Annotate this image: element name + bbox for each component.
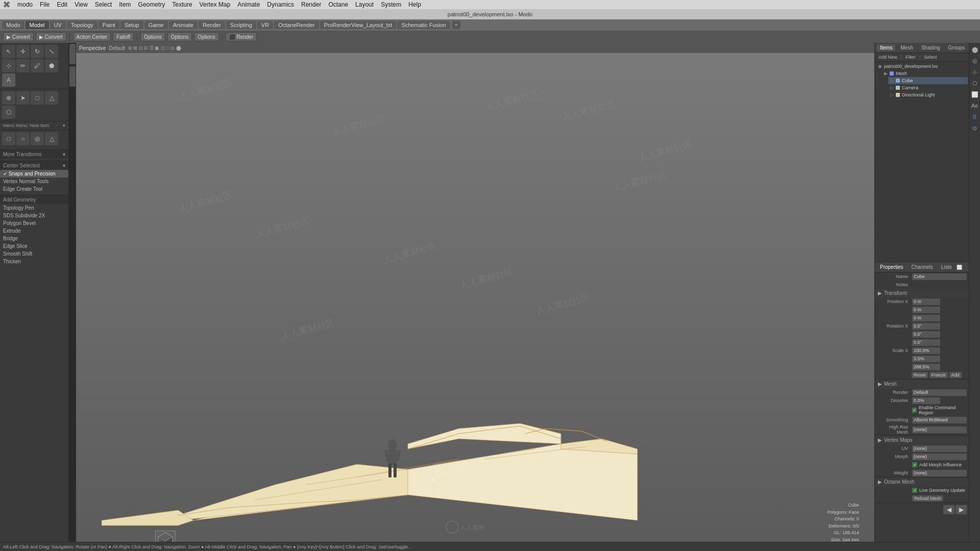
dissolve-value[interactable]: 0.0% bbox=[912, 397, 940, 404]
options-btn-1[interactable]: Options bbox=[140, 32, 165, 41]
tab-animate[interactable]: Animate bbox=[169, 21, 198, 29]
tab-topology[interactable]: Topology bbox=[67, 21, 97, 29]
weight-value[interactable]: (none) bbox=[912, 470, 967, 477]
menu-dynamics[interactable]: Dynamics bbox=[267, 1, 294, 8]
far-right-icon-8[interactable]: ⊙ bbox=[970, 123, 979, 133]
tab-setup[interactable]: Setup bbox=[120, 21, 143, 29]
far-right-icon-3[interactable]: ⊹ bbox=[970, 67, 979, 77]
tab-octane[interactable]: OctaneRender bbox=[274, 21, 319, 29]
far-right-icon-5[interactable]: ⬜ bbox=[970, 90, 979, 99]
menu-render[interactable]: Render bbox=[301, 1, 321, 8]
far-right-icon-2[interactable]: ◎ bbox=[970, 56, 979, 65]
smooth-shift-tool[interactable]: Smooth Shift bbox=[0, 250, 68, 258]
tab-scripting[interactable]: Scripting bbox=[226, 21, 256, 29]
polygon-bevel-tool[interactable]: Polygon Bevel bbox=[0, 219, 68, 227]
octane-header[interactable]: ▶ Octane Mesh bbox=[875, 478, 969, 486]
add-tab-button[interactable]: + bbox=[452, 21, 460, 29]
high-res-value[interactable]: (none) bbox=[912, 427, 967, 433]
scene-tab-mesh[interactable]: Mesh bbox=[897, 44, 916, 51]
far-right-icon-6[interactable]: Ae bbox=[970, 101, 979, 110]
name-value[interactable]: Cube bbox=[912, 273, 967, 280]
uv-value[interactable]: (none) bbox=[912, 445, 967, 452]
tab-modo[interactable]: Modo bbox=[2, 21, 24, 29]
menu-vertex-map[interactable]: Vertex Map bbox=[200, 1, 231, 8]
select-btn[interactable]: Select bbox=[922, 54, 938, 60]
viewport-shading[interactable]: Default bbox=[109, 45, 125, 51]
thicken-tool[interactable]: Thicken bbox=[0, 258, 68, 265]
add-geometry-header[interactable]: Add Geometry bbox=[0, 195, 68, 204]
vertex-normal-tool[interactable]: Vertex Normal Tools bbox=[0, 178, 68, 185]
edge-slice-tool[interactable]: Edge Slice bbox=[0, 242, 68, 250]
poly-icon[interactable]: ⬡ bbox=[2, 106, 15, 119]
menu-edit[interactable]: Edit bbox=[57, 1, 67, 8]
apple-menu[interactable]: ⌘ bbox=[3, 1, 10, 9]
menu-octane[interactable]: Octane bbox=[328, 1, 348, 8]
position-z[interactable]: 0 m bbox=[912, 315, 940, 321]
reload-mesh-btn[interactable]: Reload Mesh bbox=[912, 495, 943, 502]
snaps-tool[interactable]: ✓ Snaps and Precision bbox=[0, 170, 68, 178]
smoothing-value[interactable]: Albcrni Rrd8ined bbox=[912, 417, 967, 423]
cylinder-tool[interactable]: ◎ bbox=[31, 132, 44, 145]
tab-model[interactable]: Model bbox=[26, 21, 49, 29]
props-tab-lists[interactable]: Lists bbox=[938, 264, 955, 270]
props-icon-1[interactable]: ⬜ bbox=[957, 265, 962, 270]
menu-select[interactable]: Select bbox=[95, 1, 112, 8]
tab-prorender[interactable]: ProRenderView_Layout_txt bbox=[320, 21, 397, 29]
enable-cmd-checkbox[interactable]: ✓ bbox=[912, 408, 917, 413]
strip-btn-2[interactable] bbox=[69, 66, 76, 87]
cube-tool[interactable]: □ bbox=[2, 132, 15, 145]
scene-item-mesh[interactable]: ▶ Mesh bbox=[882, 70, 968, 77]
props-tab-properties[interactable]: Properties bbox=[877, 264, 906, 270]
mesh-section-header[interactable]: ▶ Mesh bbox=[875, 380, 969, 388]
tab-render[interactable]: Render bbox=[199, 21, 225, 29]
square-icon[interactable]: □ bbox=[31, 91, 44, 105]
far-right-icon-7[interactable]: S bbox=[970, 112, 979, 121]
menu-geometry[interactable]: Geometry bbox=[138, 1, 165, 8]
menu-view[interactable]: View bbox=[75, 1, 88, 8]
rotation-z[interactable]: 0.0° bbox=[912, 339, 940, 346]
center-selected-header[interactable]: Center Selected ▾ bbox=[0, 161, 68, 170]
bridge-tool[interactable]: Bridge bbox=[0, 235, 68, 242]
menu-animate[interactable]: Animate bbox=[237, 1, 260, 8]
viewport-perspective[interactable]: Perspective bbox=[79, 45, 106, 51]
position-y[interactable]: 0 m bbox=[912, 307, 940, 313]
more-transforms-header[interactable]: More Transforms ▾ bbox=[0, 149, 68, 159]
options-btn-3[interactable]: Options bbox=[194, 32, 218, 41]
falloff-btn[interactable]: Falloff bbox=[113, 32, 134, 41]
morph-value[interactable]: (none) bbox=[912, 454, 967, 460]
reset-btn[interactable]: Reset bbox=[912, 372, 928, 378]
move-icon[interactable]: ✛ bbox=[16, 45, 30, 58]
scene-tab-shading[interactable]: Shading bbox=[918, 44, 943, 51]
menu-help[interactable]: Help bbox=[408, 1, 421, 8]
menu-file[interactable]: File bbox=[40, 1, 50, 8]
menu-system[interactable]: System bbox=[381, 1, 401, 8]
scale-z[interactable]: 288.5% bbox=[912, 364, 940, 370]
viewport[interactable]: Perspective Default ⊞ ⊠ ⊡ ⊟ ☰ ▣ ◫ □ ◎ ⬤ … bbox=[76, 43, 874, 551]
far-right-icon-1[interactable]: ⬤ bbox=[970, 45, 979, 54]
paint-icon[interactable]: ⬟ bbox=[45, 59, 58, 72]
cone-tool[interactable]: △ bbox=[45, 132, 58, 145]
prev-arrow[interactable]: ◀ bbox=[943, 505, 954, 514]
render-btn[interactable]: ⬛ Render bbox=[226, 32, 257, 41]
sphere-tool[interactable]: ○ bbox=[16, 132, 30, 145]
props-tab-channels[interactable]: Channels bbox=[909, 264, 936, 270]
tab-game[interactable]: Game bbox=[144, 21, 168, 29]
add-new-btn[interactable]: Add New bbox=[877, 54, 899, 60]
menu-layout[interactable]: Layout bbox=[355, 1, 374, 8]
props-icon-2[interactable]: ⬛ bbox=[964, 265, 969, 270]
options-btn-2[interactable]: Options bbox=[167, 32, 192, 41]
tab-schematic[interactable]: Schematic Fusion bbox=[397, 21, 450, 29]
add-morph-checkbox[interactable]: ✓ bbox=[912, 462, 917, 467]
scene-tab-groups[interactable]: Groups bbox=[945, 44, 968, 51]
tab-paint[interactable]: Paint bbox=[99, 21, 119, 29]
edit-icon[interactable]: ✏ bbox=[16, 59, 30, 72]
vertex-maps-header[interactable]: ▶ Vertex Maps bbox=[875, 436, 969, 444]
strip-btn-1[interactable] bbox=[69, 44, 76, 64]
pen-icon[interactable]: 🖊 bbox=[31, 59, 44, 72]
filter-btn[interactable]: Filter bbox=[904, 54, 917, 60]
position-x[interactable]: 0 m bbox=[912, 298, 940, 305]
tab-uv[interactable]: UV bbox=[50, 21, 66, 29]
freeze-btn[interactable]: Freeze bbox=[929, 372, 948, 378]
rotate-icon[interactable]: ↻ bbox=[31, 45, 44, 58]
live-geo-checkbox[interactable]: ✓ bbox=[912, 488, 917, 493]
